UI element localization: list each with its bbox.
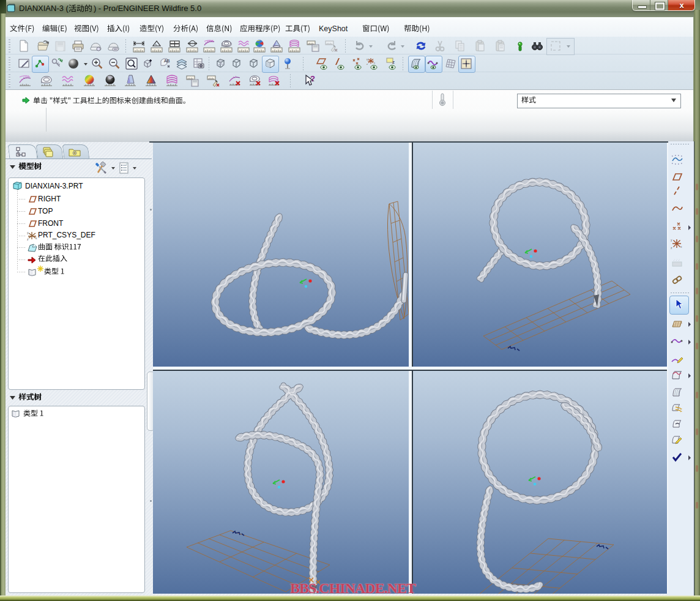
svg-text:x: x — [680, 245, 682, 248]
svg-text:y: y — [671, 238, 672, 242]
svg-text:z: z — [27, 237, 29, 241]
svg-text:z: z — [392, 59, 395, 65]
svg-text:x: x — [374, 61, 375, 64]
svg-text:y: y — [27, 231, 29, 234]
svg-text:z: z — [367, 62, 368, 65]
svg-text:?: ? — [310, 74, 315, 83]
svg-text:z: z — [671, 246, 672, 250]
svg-text:y: y — [367, 58, 368, 61]
svg-text:x: x — [35, 236, 37, 240]
svg-text:AB: AB — [164, 59, 170, 63]
